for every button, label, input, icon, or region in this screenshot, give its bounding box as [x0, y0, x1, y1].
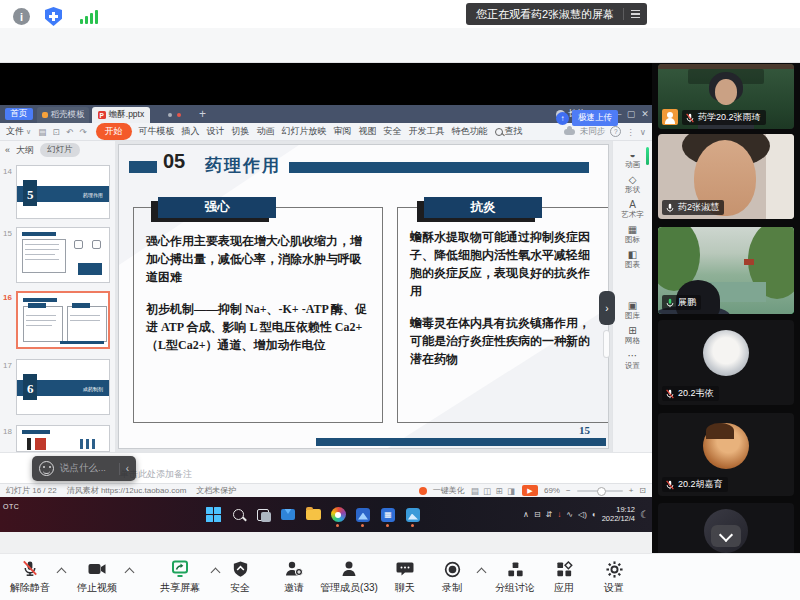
participant-name: 药学20.2张雨琦 [698, 111, 761, 124]
antiinflammatory-paragraph-2: 蟾毒灵在体内具有抗炎镇痛作用，可能是治疗炎症性疾病的一种新的潜在药物 [398, 314, 608, 368]
meeting-info-icon[interactable]: i [13, 8, 30, 25]
more-icon: ⋮ [626, 127, 635, 137]
updown-icon: ⇵ [546, 510, 553, 519]
participant-name: 20.2韦依 [678, 387, 714, 400]
material-credit-label: 清风素材 https://12uc.taobao.com [67, 485, 187, 496]
record-button[interactable]: 录制 [432, 559, 472, 595]
tool-accent-bar [646, 147, 649, 165]
start-button-icon [205, 507, 221, 523]
camera-icon [87, 559, 107, 579]
ribbon-tab: 开发工具 [409, 125, 445, 138]
wps-window: 首页 稻壳模板 P 蟾酥.pptx + 长苏 — ▢ [0, 105, 652, 497]
thumb-number: 17 [3, 361, 12, 370]
clock-date: 2022/12/4 [602, 515, 635, 524]
cardiotonic-paragraph-2: 初步机制——抑制 Na+、-K+ -ATP 酶、促进 ATP 合成、影响 L 型… [134, 300, 382, 354]
volume-icon: ◁) [578, 510, 587, 519]
grid-icon: ⊞ [628, 325, 636, 336]
ribbon-tab: 插入 [182, 125, 200, 138]
apps-button[interactable]: 应用 [546, 559, 582, 595]
mic-options-chevron[interactable] [57, 568, 67, 578]
chat-quick-input[interactable]: 说点什么... ‹ [32, 456, 136, 481]
slide-page-number: 15 [579, 424, 590, 436]
invite-button[interactable]: 邀请 [272, 559, 316, 595]
close-icon: ✕ [638, 105, 652, 123]
chevron-down-icon [719, 527, 733, 541]
app-icon [330, 507, 346, 523]
wps-ribbon: 文件∨ ▤ ⊡ ↶ ↷ 开始 可牛模板 插入 设计 切换 动画 幻灯片放映 审阅… [0, 123, 652, 141]
thumb-number: 14 [3, 167, 12, 176]
participant-tile[interactable]: 药2张淑慧 [658, 134, 794, 219]
upload-pill-label: 极速上传 [572, 110, 618, 126]
ribbon-tab: 设计 [207, 125, 225, 138]
zoom-in-icon: + [629, 486, 634, 495]
panel-expand-handle: › [599, 291, 615, 325]
invite-person-icon [284, 559, 304, 579]
chat-bubble-icon [395, 559, 415, 579]
participant-tile[interactable]: 药学20.2张雨琦 [658, 64, 794, 129]
mail-icon [280, 507, 296, 523]
toast-menu-icon[interactable] [631, 10, 640, 19]
participant-name-badge: 药2张淑慧 [662, 200, 724, 215]
record-icon [443, 560, 462, 579]
stop-video-button[interactable]: 停止视频 [72, 559, 122, 595]
scroll-more-button[interactable] [711, 525, 741, 547]
participant-tile-active-speaker[interactable]: 展鹏 [658, 227, 794, 314]
protect-status-label: 文档未保护 [196, 485, 236, 496]
slideshow-play-button: ▶ [522, 485, 538, 496]
participant-name: 药2张淑慧 [678, 201, 719, 214]
quick-access-icons: ▤ ⊡ ↶ ↷ [38, 127, 88, 137]
tray-expand-icon: ∧ [523, 510, 529, 519]
emoji-icon[interactable] [39, 461, 54, 476]
meeting-control-bar: 解除静音 停止视频 共享屏幕 [0, 553, 800, 600]
wps-template-tab: 稻壳模板 [37, 107, 89, 123]
apps-grid-icon [555, 560, 574, 579]
avatar-bird [703, 330, 749, 376]
slide-position-label: 幻灯片 16 / 22 [6, 485, 57, 496]
night-mode-icon: ☾ [640, 509, 649, 520]
wps-new-tab-button: + [196, 107, 209, 120]
slide: 05 药理作用 强心 强心作用主要表现在增大心肌收缩力，增加心搏出量，减低心率，… [119, 145, 608, 448]
breakout-rooms-button[interactable]: 分组讨论 [488, 559, 542, 595]
network-signal-icon[interactable] [80, 9, 98, 24]
security-button[interactable]: 安全 [220, 559, 260, 595]
video-options-chevron[interactable] [125, 568, 135, 578]
status-right-cluster: 一键美化 ▤ ◫ ⊞ ◨ ▶ 69% − + ⊡ [419, 485, 646, 496]
share-screen-icon [170, 559, 190, 579]
meeting-topbar [0, 28, 800, 63]
chat-input-placeholder[interactable]: 说点什么... [60, 462, 113, 475]
mic-on-icon [665, 203, 675, 213]
collapse-chat-icon[interactable]: ‹ [126, 463, 129, 474]
mic-muted-icon [685, 113, 695, 123]
participant-name-badge: 展鹏 [662, 295, 701, 310]
share-options-chevron[interactable] [211, 568, 221, 578]
top-banner-row [0, 0, 800, 28]
shapes-icon: ◇ [629, 174, 637, 185]
ribbon-tab-start: 开始 [96, 123, 132, 140]
unmute-button[interactable]: 解除静音 [6, 559, 54, 595]
cardiotonic-header: 强心 [158, 197, 276, 218]
thumbnail-panel-header: « 大纲 幻灯片 [0, 141, 115, 159]
settings-button[interactable]: 设置 [594, 559, 634, 595]
slide-thumbnail-17: 6 成药制剂 [16, 359, 110, 415]
chat-button[interactable]: 聊天 [382, 559, 428, 595]
help-icon: ? [610, 126, 621, 137]
manage-members-button[interactable]: 管理成员(33) [314, 559, 384, 595]
tool-shapes: ◇形状 [625, 174, 640, 195]
tool-settings: ⋯设置 [625, 350, 640, 371]
hand-raised-badge-icon [662, 109, 678, 125]
record-options-chevron[interactable] [477, 568, 487, 578]
share-screen-button[interactable]: 共享屏幕 [152, 559, 208, 595]
battery-icon: ◐ [592, 510, 597, 519]
slide-section-number: 05 [163, 150, 185, 173]
shield-icon [231, 560, 250, 579]
slide-thumbnail-panel: « 大纲 幻灯片 14 5 药理作用 15 [0, 141, 116, 452]
participant-tile[interactable]: 20.2胡嘉育 [658, 413, 794, 496]
breakout-blocks-icon [506, 560, 525, 579]
beautify-label: 一键美化 [433, 485, 465, 496]
zoom-slider [577, 490, 623, 492]
display-icon: ⊟ [534, 510, 541, 519]
ribbon-tab: 安全 [384, 125, 402, 138]
participant-tile[interactable]: 20.2韦依 [658, 320, 794, 405]
ribbon-tab: 幻灯片放映 [282, 125, 327, 138]
participant-name: 20.2胡嘉育 [678, 478, 723, 491]
